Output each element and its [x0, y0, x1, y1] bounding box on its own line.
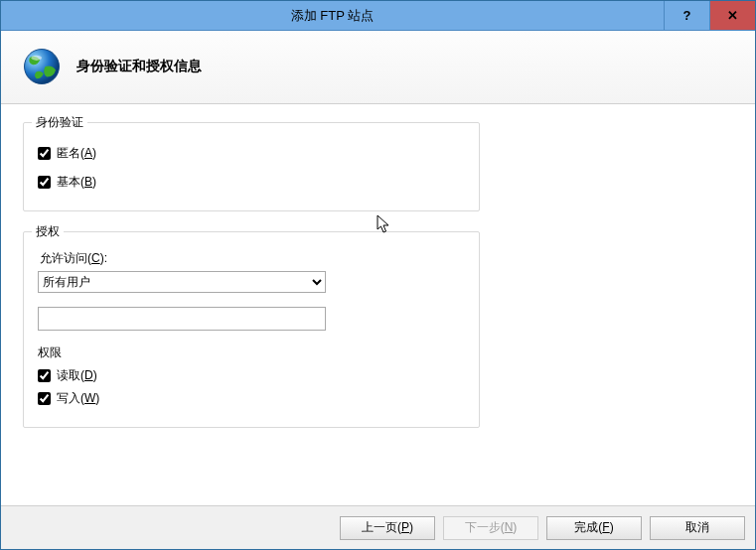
authentication-group: 身份验证 匿名(A) 基本(B): [23, 122, 480, 211]
auth-legend: 身份验证: [32, 114, 87, 131]
svg-point-0: [25, 49, 60, 83]
window-title: 添加 FTP 站点: [1, 7, 664, 25]
title-buttons: ? ✕: [664, 1, 755, 30]
write-label: 写入(W): [57, 390, 99, 407]
titlebar: 添加 FTP 站点 ? ✕: [1, 1, 755, 31]
cancel-button[interactable]: 取消: [650, 516, 745, 540]
authorization-group: 授权 允许访问(C): 所有用户 权限 读取(D) 写入(W): [23, 231, 480, 428]
page-heading: 身份验证和授权信息: [76, 58, 202, 75]
content-area: 身份验证 匿名(A) 基本(B) 授权 允许访问(C): 所有用户 权限: [1, 104, 755, 428]
globe-icon: [21, 46, 63, 87]
allow-access-label: 允许访问(C):: [40, 250, 465, 267]
specified-users-input[interactable]: [38, 307, 326, 331]
wizard-header: 身份验证和授权信息: [1, 31, 755, 104]
dialog-window: 添加 FTP 站点 ? ✕ 身份验证和: [0, 0, 756, 550]
allow-access-select[interactable]: 所有用户: [38, 271, 326, 293]
permissions-label: 权限: [38, 344, 465, 361]
anonymous-checkbox[interactable]: [38, 147, 51, 160]
close-button[interactable]: ✕: [709, 1, 755, 30]
basic-checkbox[interactable]: [38, 176, 51, 189]
svg-point-1: [32, 55, 43, 60]
next-button: 下一步(N): [443, 516, 538, 540]
help-button[interactable]: ?: [664, 1, 709, 30]
anonymous-label: 匿名(A): [57, 145, 96, 162]
read-checkbox[interactable]: [38, 369, 51, 382]
finish-button[interactable]: 完成(F): [546, 516, 642, 540]
previous-button[interactable]: 上一页(P): [340, 516, 435, 540]
basic-label: 基本(B): [57, 174, 96, 191]
write-checkbox[interactable]: [38, 392, 51, 405]
authz-legend: 授权: [32, 223, 64, 240]
read-label: 读取(D): [57, 367, 97, 384]
wizard-footer: 上一页(P) 下一步(N) 完成(F) 取消: [1, 505, 755, 549]
